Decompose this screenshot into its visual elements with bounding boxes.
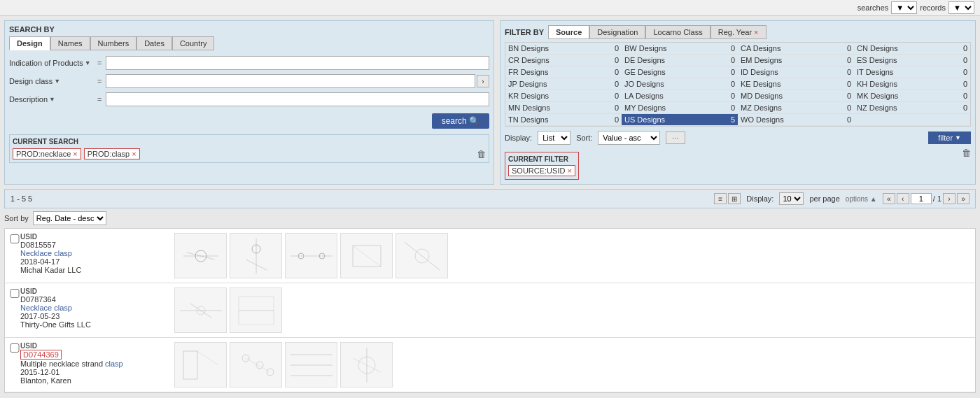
- expand-button[interactable]: ›: [477, 75, 489, 87]
- tab-dates[interactable]: Dates: [136, 36, 172, 50]
- design-class-caret-icon[interactable]: ▼: [54, 78, 60, 85]
- tag-row: PROD:necklace × PROD:clasp × 🗑: [13, 148, 486, 159]
- tag-clasp-close[interactable]: ×: [132, 150, 136, 158]
- filter-trash-icon[interactable]: 🗑: [962, 148, 971, 158]
- trash-icon[interactable]: 🗑: [477, 149, 486, 159]
- mn-designs[interactable]: MN Designs0: [505, 102, 622, 114]
- sort-select[interactable]: Value - asc Value - desc Count - asc Cou…: [598, 131, 660, 145]
- it-designs[interactable]: IT Designs0: [854, 66, 970, 78]
- per-page-select[interactable]: 10 5 20 50: [779, 192, 804, 205]
- tag-necklace-close[interactable]: ×: [73, 150, 77, 158]
- filter-tab-designation[interactable]: Designation: [589, 25, 645, 39]
- page-total: / 1: [933, 194, 941, 203]
- tag-prod-necklace: PROD:necklace ×: [13, 148, 81, 159]
- tab-design[interactable]: Design: [9, 36, 50, 50]
- em-designs[interactable]: EM Designs0: [738, 55, 854, 66]
- tab-country[interactable]: Country: [172, 36, 215, 50]
- description-input[interactable]: [106, 92, 489, 106]
- options-button[interactable]: options ▲: [846, 195, 877, 203]
- search-button[interactable]: search 🔍: [432, 113, 489, 129]
- regyear-close-icon[interactable]: ×: [754, 28, 758, 36]
- wo-designs[interactable]: WO Designs0: [738, 114, 854, 126]
- current-filter-title: CURRENT FILTER: [508, 155, 575, 163]
- result-owner: Michal Kadar LLC: [20, 266, 169, 274]
- ke-designs[interactable]: KE Designs0: [738, 78, 854, 90]
- search-section-title: SEARCH BY: [9, 25, 489, 34]
- id-designs[interactable]: ID Designs0: [738, 66, 854, 78]
- fr-designs[interactable]: FR Designs0: [505, 66, 622, 78]
- us-designs[interactable]: US Designs5: [622, 114, 738, 126]
- ge-designs[interactable]: GE Designs0: [622, 66, 738, 78]
- sort-bar: Sort by Reg. Date - desc Reg. Date - asc…: [4, 211, 976, 225]
- source-filter-close[interactable]: ×: [567, 166, 571, 175]
- result-image: [285, 342, 337, 388]
- filter-tab-regyear[interactable]: Reg. Year ×: [710, 25, 766, 39]
- result-image: [396, 233, 448, 278]
- la-designs[interactable]: LA Designs0: [622, 90, 738, 102]
- list-view-icon[interactable]: ≡: [714, 193, 727, 204]
- tab-numbers[interactable]: Numbers: [90, 36, 137, 50]
- cn-designs[interactable]: CN Designs0: [854, 43, 970, 55]
- indication-row: Indication of Products ▼ =: [9, 56, 489, 70]
- bn-designs[interactable]: BN Designs0: [505, 43, 622, 55]
- md-designs[interactable]: MD Designs0: [738, 90, 854, 102]
- display-select[interactable]: List Grid: [538, 131, 570, 145]
- result-meta: USID D0815557 Necklace clasp 2018-04-17 …: [20, 233, 174, 274]
- design-class-row: Design class ▼ = ›: [9, 74, 489, 88]
- tn-designs[interactable]: TN Designs0: [505, 114, 622, 126]
- result-meta: USID D0787364 Necklace clasp 2017-05-23 …: [20, 287, 174, 329]
- nz-designs[interactable]: NZ Designs0: [854, 102, 970, 114]
- es-designs[interactable]: ES Designs0: [854, 55, 970, 66]
- next-page-button[interactable]: ›: [943, 193, 955, 204]
- result-link[interactable]: Necklace clasp: [20, 249, 72, 257]
- mz-designs[interactable]: MZ Designs0: [738, 102, 854, 114]
- my-designs[interactable]: MY Designs0: [622, 102, 738, 114]
- tag-prod-clasp: PROD:clasp ×: [84, 148, 140, 159]
- result-link[interactable]: Necklace clasp: [20, 304, 72, 312]
- indication-caret-icon[interactable]: ▼: [85, 59, 91, 66]
- results-range: 1 - 5 5: [10, 194, 32, 203]
- result-date: 2015-12-01: [20, 368, 169, 376]
- kh-designs[interactable]: KH Designs0: [854, 78, 970, 90]
- description-caret-icon[interactable]: ▼: [49, 96, 55, 103]
- filter-tab-source[interactable]: Source: [548, 25, 589, 39]
- page-input[interactable]: [911, 193, 932, 204]
- sort-label: Sort:: [576, 134, 592, 142]
- records-select[interactable]: ▼: [948, 1, 974, 14]
- table-row: USID D0787364 Necklace clasp 2017-05-23 …: [5, 283, 975, 338]
- jp-designs[interactable]: JP Designs0: [505, 78, 622, 90]
- grid-view-icon[interactable]: ⊞: [728, 193, 741, 204]
- searches-select[interactable]: ▼: [891, 1, 917, 14]
- sort-by-select[interactable]: Reg. Date - desc Reg. Date - asc ID - as…: [33, 211, 106, 225]
- result-link[interactable]: clasp: [105, 360, 123, 368]
- prev-page-button[interactable]: ‹: [897, 193, 909, 204]
- result-id-highlighted: D0744369: [20, 350, 62, 360]
- bw-designs[interactable]: BW Designs0: [622, 43, 738, 55]
- result-owner: Thirty-One Gifts LLC: [20, 320, 169, 329]
- result-checkbox[interactable]: [9, 234, 20, 243]
- mk-designs[interactable]: MK Designs0: [854, 90, 970, 102]
- search-btn-wrap: search 🔍: [9, 111, 489, 129]
- jo-designs[interactable]: JO Designs0: [622, 78, 738, 90]
- kr-designs[interactable]: KR Designs0: [505, 90, 622, 102]
- filter-tabs: Source Designation Locarno Class Reg. Ye…: [548, 25, 766, 39]
- result-checkbox[interactable]: [9, 343, 20, 353]
- filter-tab-locarno[interactable]: Locarno Class: [645, 25, 710, 39]
- result-image: [285, 233, 337, 278]
- result-meta: USID D0744369 Multiple necklace strand c…: [20, 342, 174, 385]
- table-row: USID D0744369 Multiple necklace strand c…: [5, 338, 975, 392]
- tab-names[interactable]: Names: [50, 36, 90, 50]
- range-button[interactable]: ⋯: [666, 132, 685, 144]
- design-class-input[interactable]: [106, 74, 475, 88]
- ca-designs[interactable]: CA Designs0: [738, 43, 854, 55]
- first-page-button[interactable]: «: [883, 193, 895, 204]
- cr-designs[interactable]: CR Designs0: [505, 55, 622, 66]
- indication-input[interactable]: [106, 56, 489, 70]
- result-images: [174, 342, 393, 388]
- top-bar: searches ▼ records ▼: [0, 0, 980, 16]
- filter-button[interactable]: filter ▼: [928, 132, 971, 144]
- result-image: [340, 233, 393, 278]
- de-designs[interactable]: DE Designs0: [622, 55, 738, 66]
- result-checkbox[interactable]: [9, 289, 20, 298]
- last-page-button[interactable]: »: [957, 193, 969, 204]
